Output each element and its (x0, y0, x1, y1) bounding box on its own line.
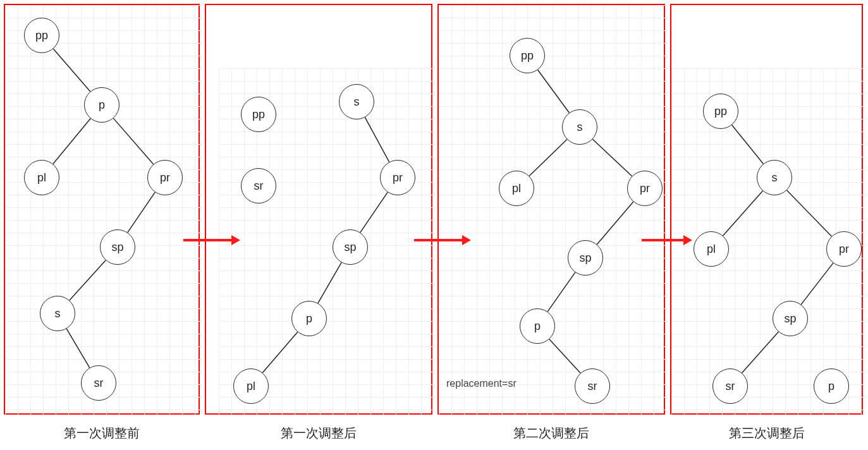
node-sp: sp (568, 240, 603, 276)
edge-sp-sr (742, 332, 779, 373)
node-pr: pr (627, 171, 663, 206)
node-label: p (828, 380, 834, 393)
panel-p2: ppssrprspppl (205, 4, 432, 415)
edges-svg (5, 5, 201, 416)
transition-arrow (180, 233, 250, 248)
node-sp: sp (100, 229, 135, 265)
node-pl: pl (24, 160, 59, 195)
edge-pp-s (732, 125, 764, 164)
node-s: s (757, 160, 792, 195)
node-sr: sr (575, 368, 610, 404)
panel-caption: 第二次调整后 (437, 425, 665, 442)
node-pp: pp (510, 38, 545, 73)
edge-pr-sp (801, 263, 833, 305)
node-label: s (55, 307, 61, 320)
edge-p-pl (262, 332, 297, 373)
transition-arrow (411, 233, 480, 248)
edge-p-pl (53, 119, 90, 164)
node-sr: sr (241, 168, 276, 204)
edges-svg (671, 5, 864, 416)
edges-svg (439, 5, 666, 416)
node-label: p (306, 312, 312, 325)
node-label: pl (247, 380, 255, 393)
edges-svg (206, 5, 434, 416)
node-pr: pr (147, 160, 183, 195)
arrow-head-icon (462, 235, 471, 245)
node-p: p (520, 308, 555, 344)
node-label: sp (344, 241, 356, 254)
node-label: sp (784, 312, 796, 325)
node-label: pp (521, 49, 534, 63)
node-pr: pr (826, 231, 862, 267)
node-pp: pp (24, 18, 59, 53)
edge-s-pl (723, 191, 763, 236)
node-label: s (577, 121, 583, 134)
edge-pr-sp (597, 202, 633, 244)
node-label: pl (707, 243, 716, 256)
node-label: pp (714, 105, 727, 118)
node-label: pp (35, 29, 48, 42)
node-label: pp (252, 108, 265, 121)
node-label: sr (726, 380, 735, 393)
node-pp: pp (703, 94, 738, 129)
node-label: sp (579, 252, 591, 265)
transition-arrow (639, 233, 702, 248)
panel-caption: 第一次调整前 (4, 425, 200, 442)
node-label: p (99, 99, 105, 112)
node-s: s (40, 296, 75, 331)
edge-sp-p (547, 272, 575, 312)
node-label: pl (512, 182, 521, 195)
node-p: p (84, 87, 119, 123)
edge-p-pr (113, 118, 153, 164)
node-label: pr (839, 243, 849, 256)
panel-caption: 第一次调整后 (205, 425, 432, 442)
edge-pr-sp (128, 192, 155, 233)
edge-s-pr (592, 139, 632, 176)
node-label: pr (393, 171, 403, 185)
node-label: sr (94, 377, 104, 390)
edge-s-pr (365, 118, 389, 162)
node-pl: pl (499, 171, 534, 206)
node-label: sp (111, 241, 123, 254)
edge-s-pr (787, 190, 832, 236)
node-s: s (562, 109, 597, 145)
arrow-head-icon (683, 235, 692, 245)
edge-pp-s (538, 70, 570, 113)
panel-caption: 第三次调整后 (670, 425, 863, 442)
panel-p4: ppsplprspsrp (670, 4, 863, 415)
node-pp: pp (241, 97, 276, 132)
node-pl: pl (233, 368, 269, 404)
node-sp: sp (333, 229, 368, 265)
edge-pr-sp (360, 192, 388, 233)
arrow-head-icon (231, 235, 240, 245)
edge-pp-p (53, 49, 90, 92)
node-label: pr (160, 171, 170, 185)
edge-sp-p (318, 262, 341, 303)
edge-s-sr (66, 329, 90, 368)
panel-p3: ppsplprsppsrreplacement=sr (437, 4, 665, 415)
node-sr: sr (81, 365, 116, 401)
edge-s-pl (529, 139, 567, 176)
node-label: sr (588, 380, 597, 393)
node-pr: pr (380, 160, 415, 195)
node-label: pr (640, 182, 650, 195)
node-label: s (354, 95, 360, 109)
node-sr: sr (712, 368, 748, 404)
node-label: s (772, 171, 778, 185)
node-p: p (814, 368, 849, 404)
panel-p1: pppplprspssr (4, 4, 200, 415)
node-s: s (339, 84, 374, 119)
node-sp: sp (773, 301, 808, 336)
edge-sp-s (70, 260, 106, 300)
node-label: pl (37, 171, 46, 185)
node-p: p (291, 301, 327, 336)
edge-p-sr (549, 339, 580, 374)
node-label: p (534, 320, 541, 333)
node-label: sr (254, 179, 264, 193)
